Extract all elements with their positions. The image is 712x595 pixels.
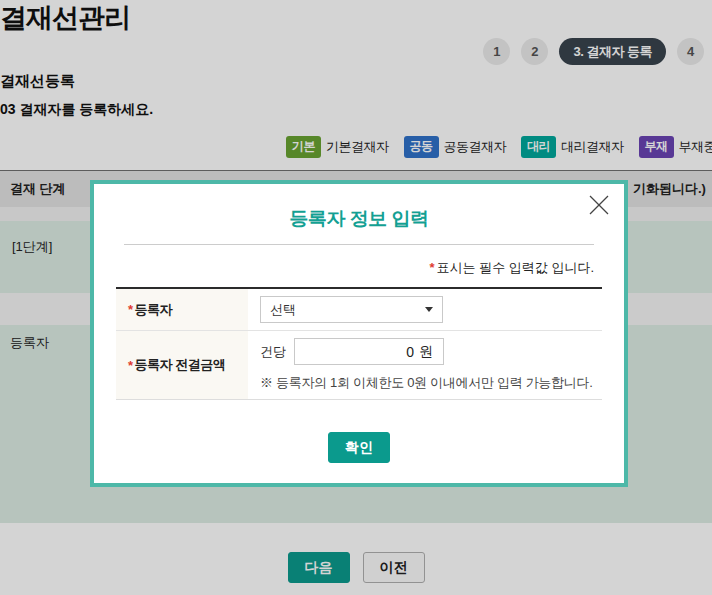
registrant-label-text: 등록자: [135, 301, 173, 319]
confirm-button[interactable]: 확인: [328, 432, 390, 463]
amount-limit-note: ※ 등록자의 1회 이체한도 0원 이내에서만 입력 가능합니다.: [260, 374, 602, 392]
required-asterisk: *: [128, 302, 133, 317]
chevron-down-icon: [425, 307, 433, 312]
amount-unit: 원: [419, 343, 433, 361]
amount-prefix: 건당: [260, 343, 286, 361]
required-fields-note: *표시는 필수 입력값 입니다.: [124, 259, 594, 277]
registrant-select-value: 선택: [270, 301, 296, 319]
form-row-registrant: *등록자 선택: [116, 289, 602, 330]
registrant-select[interactable]: 선택: [260, 296, 443, 323]
registrant-form: *등록자 선택 *등록자 전결금액 건당 원: [116, 287, 602, 400]
required-asterisk: *: [128, 358, 133, 373]
form-row-amount: *등록자 전결금액 건당 원 ※ 등록자의 1회 이체한도 0원 이내에서만 입…: [116, 330, 602, 399]
modal-title-divider: [124, 244, 594, 245]
modal-actions: 확인: [94, 432, 624, 463]
amount-input-line: 건당 원: [260, 338, 602, 365]
modal-title: 등록자 정보 입력: [94, 206, 624, 232]
required-note-text: 표시는 필수 입력값 입니다.: [437, 260, 594, 275]
amount-input[interactable]: [324, 344, 414, 360]
close-icon[interactable]: [586, 192, 612, 218]
amount-field-label: *등록자 전결금액: [116, 331, 248, 399]
registrant-info-modal: 등록자 정보 입력 *표시는 필수 입력값 입니다. *등록자 선택 *등록자 …: [90, 180, 628, 487]
amount-input-box: 원: [294, 338, 444, 365]
registrant-field: 선택: [248, 289, 602, 330]
amount-label-text: 등록자 전결금액: [135, 356, 226, 374]
required-asterisk: *: [429, 260, 434, 275]
amount-field: 건당 원 ※ 등록자의 1회 이체한도 0원 이내에서만 입력 가능합니다.: [248, 331, 602, 399]
registrant-field-label: *등록자: [116, 289, 248, 330]
